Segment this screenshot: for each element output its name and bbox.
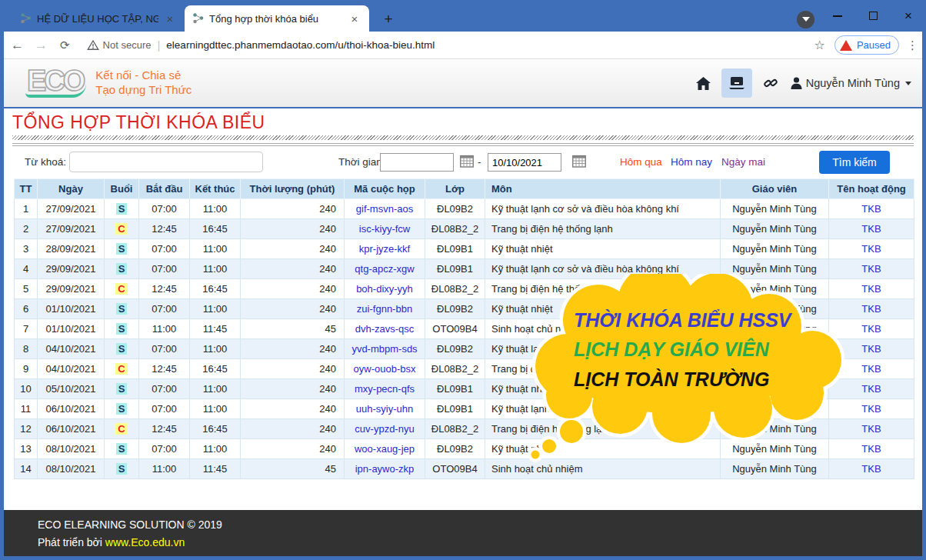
yesterday-link[interactable]: Hôm qua: [620, 156, 662, 168]
new-tab-button[interactable]: +: [378, 9, 398, 29]
bookmark-star-icon[interactable]: ☆: [814, 38, 825, 52]
window-maximize-button[interactable]: [855, 0, 891, 32]
activity-link[interactable]: TKB: [829, 219, 914, 239]
cell-date: 06/10/2021: [38, 399, 105, 419]
activity-link[interactable]: TKB: [861, 443, 881, 455]
meeting-code-link[interactable]: boh-dixy-yyh: [345, 279, 425, 299]
cell-class: ĐL09B2: [425, 299, 485, 319]
meeting-code-link[interactable]: isc-kiyy-fcw: [359, 223, 410, 235]
meeting-code-link[interactable]: isc-kiyy-fcw: [345, 219, 425, 239]
eco-logo[interactable]: ECO Kết nối - Chia sẻ Tạo dựng Tri Thức: [25, 67, 192, 98]
activity-link[interactable]: TKB: [861, 283, 881, 295]
tab-close-icon[interactable]: ×: [163, 12, 177, 25]
activity-link[interactable]: TKB: [861, 263, 881, 275]
meeting-code-link[interactable]: ipn-aywo-zkp: [355, 463, 415, 475]
meeting-code-link[interactable]: mxy-pecn-qfs: [355, 383, 415, 395]
activity-link[interactable]: TKB: [829, 239, 914, 259]
meeting-code-link[interactable]: mxy-pecn-qfs: [345, 379, 425, 399]
activity-link[interactable]: TKB: [829, 199, 914, 219]
meeting-code-link[interactable]: oyw-ouob-bsx: [345, 359, 425, 379]
cell-date: 04/10/2021: [38, 359, 105, 379]
tomorrow-link[interactable]: Ngày mai: [721, 156, 765, 168]
keyword-input[interactable]: [69, 152, 263, 172]
meeting-code-link[interactable]: woo-xaug-jep: [345, 439, 425, 459]
site-header: ECO Kết nối - Chia sẻ Tạo dựng Tri Thức: [4, 59, 922, 108]
column-header-c-code: Mã cuộc họp: [345, 179, 425, 199]
home-button[interactable]: [696, 77, 711, 90]
meeting-code-link[interactable]: cuv-ypzd-nyu: [345, 419, 425, 439]
cell-start: 07:00: [139, 239, 190, 259]
meeting-code-link[interactable]: boh-dixy-yyh: [356, 283, 413, 295]
activity-link[interactable]: TKB: [861, 223, 881, 235]
window-minimize-button[interactable]: [820, 0, 855, 32]
activity-link[interactable]: TKB: [861, 243, 881, 255]
meeting-code-link[interactable]: kpr-jyze-kkf: [359, 243, 410, 255]
browser-menu-button[interactable]: ⋮: [907, 43, 918, 47]
meeting-code-link[interactable]: yvd-mbpm-sds: [351, 343, 417, 355]
meeting-code-link[interactable]: qtg-apcz-xgw: [355, 263, 414, 275]
table-row: 328/09/2021S07:0011:00240kpr-jyze-kkfĐL0…: [15, 239, 914, 259]
browser-tab-active[interactable]: Tổng hợp thời khóa biểu ×: [185, 5, 369, 32]
meeting-code-link[interactable]: gif-msvn-aos: [345, 199, 425, 219]
meeting-code-link[interactable]: gif-msvn-aos: [356, 203, 413, 215]
browser-profile-button[interactable]: [797, 11, 814, 28]
bubble-line-3: LỊCH TOÀN TRƯỜNG: [574, 368, 843, 391]
activity-link[interactable]: TKB: [861, 383, 881, 395]
cell-tt: 5: [15, 279, 38, 299]
calendar-icon[interactable]: [460, 155, 474, 168]
meeting-code-link[interactable]: uuh-syiy-uhn: [345, 399, 425, 419]
cell-end: 16:45: [190, 359, 241, 379]
back-button[interactable]: ←: [11, 38, 24, 53]
cell-end: 11:00: [190, 399, 241, 419]
calendar-icon[interactable]: [572, 155, 586, 168]
cell-start: 12:45: [139, 419, 190, 439]
cell-session: S: [105, 299, 139, 319]
meeting-code-link[interactable]: dvh-zavs-qsc: [345, 319, 425, 339]
cell-class: ĐL09B2: [425, 199, 485, 219]
date-from-input[interactable]: [380, 153, 454, 172]
meeting-code-link[interactable]: oyw-ouob-bsx: [354, 363, 416, 375]
search-button[interactable]: Tìm kiếm: [819, 151, 890, 174]
browser-tab-inactive[interactable]: HỆ DỮ LIỆU HỌC TẬP, NGHIÊN C ×: [12, 5, 185, 32]
column-header-c-date: Ngày: [38, 179, 105, 199]
activity-link[interactable]: TKB: [861, 403, 881, 415]
tab-close-icon[interactable]: ×: [348, 12, 361, 25]
activity-link[interactable]: TKB: [861, 303, 881, 315]
meeting-code-link[interactable]: kpr-jyze-kkf: [345, 239, 425, 259]
warning-triangle-icon: [87, 39, 99, 51]
cell-session: C: [105, 359, 139, 379]
meeting-code-link[interactable]: uuh-syiy-uhn: [356, 403, 413, 415]
meeting-code-link[interactable]: qtg-apcz-xgw: [345, 259, 425, 279]
activity-link[interactable]: TKB: [861, 423, 881, 435]
extension-paused-badge[interactable]: Paused: [834, 35, 899, 55]
user-menu[interactable]: Nguyễn Minh Tùng: [791, 77, 911, 89]
activity-link[interactable]: TKB: [861, 463, 881, 475]
meeting-code-link[interactable]: zui-fgnn-bbn: [357, 303, 412, 315]
forward-button[interactable]: →: [35, 38, 48, 53]
site-security-indicator[interactable]: Not secure: [87, 39, 152, 51]
activity-link[interactable]: TKB: [861, 203, 881, 215]
address-bar-url[interactable]: elearningdttec.phanmemdaotao.com/u/thoi-…: [166, 39, 435, 51]
meeting-code-link[interactable]: zui-fgnn-bbn: [345, 299, 425, 319]
meeting-code-link[interactable]: ipn-aywo-zkp: [345, 459, 425, 479]
link-button[interactable]: [763, 75, 778, 91]
cell-start: 07:00: [139, 299, 190, 319]
meeting-code-link[interactable]: cuv-ypzd-nyu: [355, 423, 414, 435]
activity-link[interactable]: TKB: [861, 323, 881, 335]
footer-link[interactable]: www.Eco.edu.vn: [105, 536, 185, 548]
tab-title: HỆ DỮ LIỆU HỌC TẬP, NGHIÊN C: [37, 13, 158, 25]
eco-logo-text: ECO: [25, 67, 86, 98]
window-close-button[interactable]: ×: [891, 0, 926, 32]
refresh-button[interactable]: ⟳: [60, 38, 70, 52]
cell-class: ĐL08B2_2: [425, 279, 485, 299]
activity-link[interactable]: TKB: [861, 363, 881, 375]
title-hatch-underline: [12, 135, 914, 140]
date-to-input[interactable]: [488, 153, 561, 172]
meeting-code-link[interactable]: dvh-zavs-qsc: [355, 323, 415, 335]
meeting-code-link[interactable]: yvd-mbpm-sds: [345, 339, 425, 359]
today-link[interactable]: Hôm nay: [671, 156, 712, 168]
meeting-code-link[interactable]: woo-xaug-jep: [355, 443, 415, 455]
activity-link[interactable]: TKB: [861, 343, 881, 355]
devices-button[interactable]: [721, 68, 752, 98]
tab-favicon-share-icon: [192, 12, 205, 25]
